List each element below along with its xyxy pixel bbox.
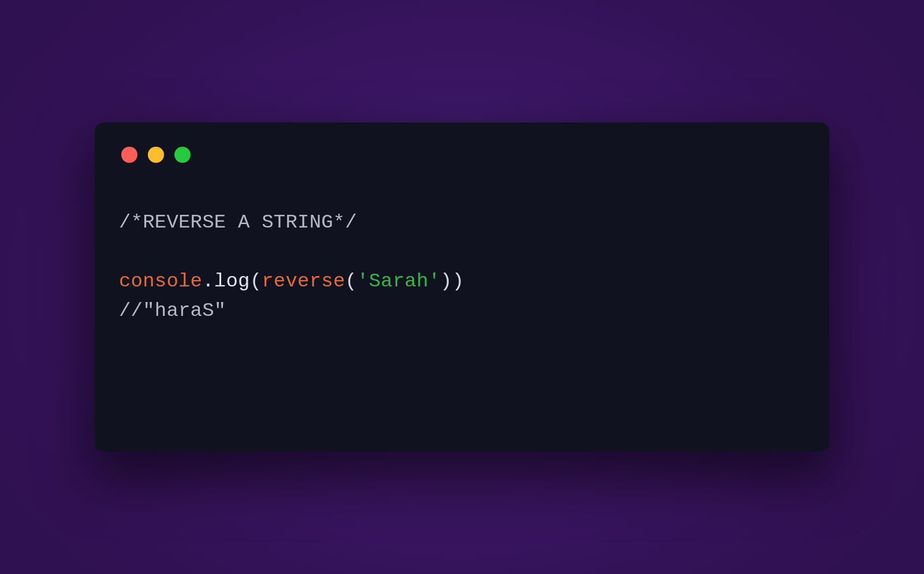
code-string: 'Sarah' — [357, 270, 440, 292]
code-window: /*REVERSE A STRING*/ console.log(reverse… — [95, 122, 829, 452]
code-punct: ( — [345, 270, 357, 292]
close-icon[interactable] — [121, 147, 137, 163]
code-object: console — [119, 270, 202, 292]
code-area[interactable]: /*REVERSE A STRING*/ console.log(reverse… — [119, 208, 805, 326]
traffic-lights — [121, 147, 805, 163]
minimize-icon[interactable] — [148, 147, 164, 163]
code-punct: ) — [440, 270, 452, 292]
maximize-icon[interactable] — [174, 147, 191, 163]
code-punct: ( — [250, 270, 262, 292]
code-comment: //"haraS" — [119, 300, 226, 322]
code-method: log — [214, 270, 250, 292]
code-punct: . — [202, 270, 214, 292]
code-comment: /*REVERSE A STRING*/ — [119, 211, 357, 233]
code-punct: ) — [452, 270, 464, 292]
code-function: reverse — [262, 270, 345, 292]
